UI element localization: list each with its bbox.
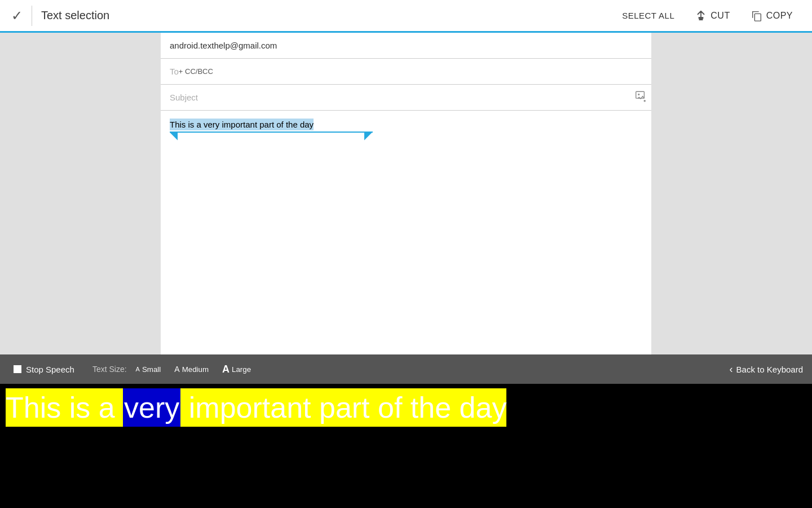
stop-icon (14, 365, 21, 373)
tts-after-highlight: important part of the day (180, 388, 506, 427)
selection-handle-left[interactable] (170, 133, 178, 141)
small-label: Small (142, 365, 161, 374)
attach-button[interactable] (634, 90, 647, 105)
subject-field[interactable]: Subject (161, 85, 651, 111)
select-all-button[interactable]: SELECT ALL (614, 6, 682, 25)
selection-handle-right[interactable] (364, 133, 372, 141)
copy-label: COPY (766, 11, 793, 21)
action-bar-title: Text selection (41, 9, 614, 22)
copy-icon (751, 10, 763, 22)
checkmark-icon: ✓ (11, 8, 23, 24)
back-to-keyboard-button[interactable]: ‹ Back to Keyboard (730, 364, 803, 375)
stop-speech-button[interactable]: Stop Speech (9, 362, 79, 376)
small-icon: A (136, 366, 140, 373)
attach-icon (634, 90, 647, 102)
separator (32, 6, 32, 26)
select-all-label: SELECT ALL (622, 11, 674, 20)
medium-icon: A (174, 365, 179, 374)
cut-icon (695, 10, 707, 22)
copy-button[interactable]: COPY (743, 5, 801, 27)
svg-rect-0 (699, 17, 703, 18)
cut-button[interactable]: CUT (687, 5, 738, 27)
svg-rect-2 (754, 14, 761, 21)
large-label: Large (232, 365, 251, 374)
content-area: android.texthelp@gmail.com To + CC/BCC S… (0, 33, 812, 354)
to-field[interactable]: To + CC/BCC (161, 59, 651, 85)
subject-placeholder: Subject (170, 93, 198, 102)
svg-rect-1 (700, 19, 703, 20)
svg-point-4 (638, 94, 639, 95)
action-bar-right: SELECT ALL CUT COPY (614, 5, 801, 27)
chevron-left-icon: ‹ (730, 364, 733, 375)
body-field[interactable]: This is a very important part of the day (161, 111, 651, 190)
from-email: android.texthelp@gmail.com (170, 41, 642, 50)
text-size-large-button[interactable]: A Large (218, 361, 255, 378)
email-compose: android.texthelp@gmail.com To + CC/BCC S… (161, 33, 651, 354)
cc-bcc-button[interactable]: + CC/BCC (179, 67, 213, 76)
medium-label: Medium (182, 365, 209, 374)
selected-text: This is a very important part of the day (170, 119, 314, 130)
action-bar: ✓ Text selection SELECT ALL CUT COPY (0, 0, 812, 33)
tts-text-line: This is a very important part of the day (0, 384, 812, 431)
to-placeholder: To (170, 67, 179, 76)
stop-speech-label: Stop Speech (26, 365, 74, 374)
tts-before-highlight: This is a (6, 388, 123, 427)
tts-area: This is a very important part of the day (0, 384, 812, 508)
text-size-small-button[interactable]: A Small (131, 363, 166, 376)
back-keyboard-label: Back to Keyboard (736, 365, 803, 374)
large-icon: A (222, 364, 230, 375)
cut-label: CUT (710, 11, 730, 21)
selection-handles (170, 133, 642, 150)
tts-highlighted-word: very (123, 388, 180, 427)
speech-toolbar: Stop Speech Text Size: A Small A Medium … (0, 354, 812, 384)
from-field: android.texthelp@gmail.com (161, 33, 651, 59)
selection-line (170, 132, 373, 133)
text-size-medium-button[interactable]: A Medium (170, 362, 213, 376)
text-size-label: Text Size: (92, 365, 127, 374)
